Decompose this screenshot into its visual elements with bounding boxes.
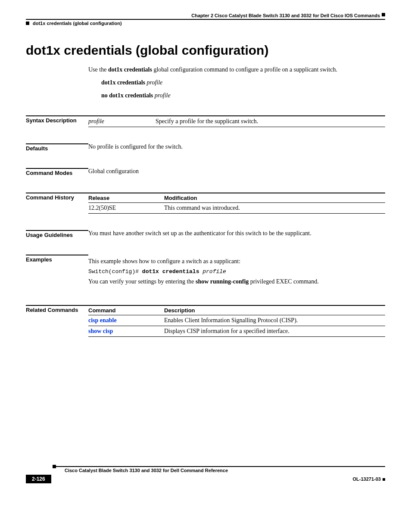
document-id: OL-13271-03 (353, 476, 385, 482)
section-syntax-description: Syntax Description profile Specify a pro… (26, 115, 385, 127)
related-command-link[interactable]: show cisp (88, 328, 113, 334)
related-col-command: Command (88, 305, 164, 315)
syntax-arg-1: profile (147, 79, 163, 86)
verify-cmd: show running-config (196, 278, 249, 285)
related-command-desc: Displays CISP information for a specifie… (164, 326, 385, 337)
section-label: Command History (26, 193, 88, 214)
command-history-table: Release Modification 12.2(50)SE This com… (88, 193, 385, 214)
section-usage-guidelines: Usage Guidelines You must have another s… (26, 230, 385, 238)
table-row: cisp enable Enables Client Information S… (88, 315, 385, 326)
page-header: Chapter 2 Cisco Catalyst Blade Switch 31… (26, 13, 385, 20)
example-code-arg: profile (202, 268, 226, 275)
example-code-cmd: dot1x credentials (142, 268, 202, 275)
example-intro: This example shows how to configure a sw… (88, 258, 385, 265)
defaults-text: No profile is configured for the switch. (88, 143, 385, 152)
header-rule-end-block (382, 13, 385, 16)
example-code: Switch(config)# dot1x credentials profil… (88, 268, 385, 275)
section-label: Related Commands (26, 305, 88, 337)
section-label: Examples (26, 255, 88, 289)
page-title: dot1x credentials (global configuration) (26, 43, 385, 58)
footer-book-title: Cisco Catalyst Blade Switch 3130 and 303… (26, 468, 385, 473)
section-related-commands: Related Commands Command Description cis… (26, 305, 385, 337)
subheader-block-icon (26, 22, 29, 25)
footer-end-block-icon (383, 478, 385, 481)
section-command-history: Command History Release Modification 12.… (26, 193, 385, 214)
section-label: Syntax Description (26, 115, 88, 127)
syntax-description-table: profile Specify a profile for the suppli… (88, 115, 385, 127)
document-id-text: OL-13271-03 (353, 476, 381, 482)
table-row: 12.2(50)SE This command was introduced. (88, 203, 385, 214)
section-examples: Examples This example shows how to confi… (26, 255, 385, 289)
section-command-modes: Command Modes Global configuration (26, 168, 385, 176)
section-defaults: Defaults No profile is configured for th… (26, 143, 385, 152)
intro-prefix: Use the (88, 66, 108, 73)
example-verify: You can verify your settings by entering… (88, 278, 385, 285)
example-code-prefix: Switch(config)# (88, 268, 142, 275)
chapter-title: Chapter 2 Cisco Catalyst Blade Switch 31… (191, 13, 380, 18)
verify-suffix: privileged EXEC command. (249, 278, 319, 285)
related-command-desc: Enables Client Information Signalling Pr… (164, 315, 385, 326)
usage-guidelines-text: You must have another switch set up as t… (88, 230, 385, 238)
syntax-line-2: no dot1x credentials profile (101, 92, 385, 99)
history-col-modification: Modification (164, 193, 385, 203)
table-row: show cisp Displays CISP information for … (88, 326, 385, 337)
intro-command: dot1x credentials (108, 66, 152, 73)
history-release: 12.2(50)SE (88, 203, 164, 214)
related-commands-table: Command Description cisp enable Enables … (88, 305, 385, 337)
syntax-arg-2: profile (155, 92, 171, 99)
page-footer: Cisco Catalyst Blade Switch 3130 and 303… (26, 466, 385, 483)
syntax-param-desc: Specify a profile for the supplicant swi… (156, 116, 385, 127)
syntax-line-1: dot1x credentials profile (101, 79, 385, 86)
related-command-link[interactable]: cisp enable (88, 317, 117, 324)
verify-prefix: You can verify your settings by entering… (88, 278, 196, 285)
related-col-description: Description (164, 305, 385, 315)
syntax-cmd-1: dot1x credentials (101, 79, 147, 86)
intro-paragraph: Use the dot1x credentials global configu… (88, 66, 385, 73)
breadcrumb: dot1x credentials (global configuration) (33, 21, 122, 26)
syntax-cmd-2: no dot1x credentials (101, 92, 155, 99)
syntax-param: profile (88, 116, 156, 127)
page-subheader: dot1x credentials (global configuration) (26, 21, 385, 26)
footer-rule-start-block (53, 465, 56, 468)
command-modes-text: Global configuration (88, 168, 385, 176)
section-label: Command Modes (26, 168, 88, 176)
history-modification: This command was introduced. (164, 203, 385, 214)
page-number: 2-126 (26, 475, 51, 483)
intro-suffix: global configuration command to configur… (152, 66, 337, 73)
section-label: Defaults (26, 143, 88, 152)
history-col-release: Release (88, 193, 164, 203)
section-label: Usage Guidelines (26, 230, 88, 238)
